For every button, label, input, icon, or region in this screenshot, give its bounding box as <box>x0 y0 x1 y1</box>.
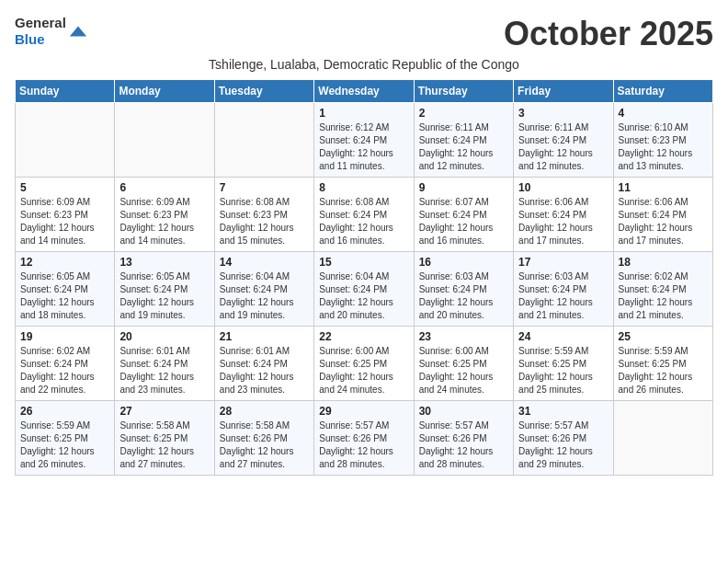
day-info: Sunrise: 6:02 AMSunset: 6:24 PMDaylight:… <box>619 270 708 322</box>
day-info: Sunrise: 6:08 AMSunset: 6:23 PMDaylight:… <box>220 196 309 247</box>
calendar-week-row: 26Sunrise: 5:59 AMSunset: 6:25 PMDayligh… <box>16 401 713 476</box>
calendar-day-cell: 4Sunrise: 6:10 AMSunset: 6:23 PMDaylight… <box>613 103 712 178</box>
calendar-week-row: 1Sunrise: 6:12 AMSunset: 6:24 PMDaylight… <box>16 103 713 178</box>
calendar-day-cell: 28Sunrise: 5:58 AMSunset: 6:26 PMDayligh… <box>214 401 313 476</box>
day-of-week-header: Saturday <box>613 80 712 103</box>
calendar-day-cell: 9Sunrise: 6:07 AMSunset: 6:24 PMDaylight… <box>414 178 513 252</box>
day-number: 3 <box>518 107 608 120</box>
calendar-day-cell: 29Sunrise: 5:57 AMSunset: 6:26 PMDayligh… <box>314 401 414 476</box>
calendar-day-cell: 19Sunrise: 6:02 AMSunset: 6:24 PMDayligh… <box>16 327 115 401</box>
calendar-day-cell <box>115 103 214 178</box>
calendar-week-row: 12Sunrise: 6:05 AMSunset: 6:24 PMDayligh… <box>16 252 713 327</box>
day-info: Sunrise: 6:11 AMSunset: 6:24 PMDaylight:… <box>419 121 508 173</box>
day-info: Sunrise: 6:01 AMSunset: 6:24 PMDaylight:… <box>220 345 309 396</box>
day-number: 23 <box>419 330 508 343</box>
calendar-header-row: SundayMondayTuesdayWednesdayThursdayFrid… <box>16 80 713 103</box>
calendar-day-cell: 31Sunrise: 5:57 AMSunset: 6:26 PMDayligh… <box>514 401 613 476</box>
day-info: Sunrise: 6:09 AMSunset: 6:23 PMDaylight:… <box>20 196 109 247</box>
day-info: Sunrise: 5:58 AMSunset: 6:25 PMDaylight:… <box>119 419 209 471</box>
day-info: Sunrise: 6:09 AMSunset: 6:23 PMDaylight:… <box>119 196 209 247</box>
day-of-week-header: Friday <box>514 80 613 103</box>
calendar-day-cell: 16Sunrise: 6:03 AMSunset: 6:24 PMDayligh… <box>414 252 513 327</box>
day-info: Sunrise: 6:04 AMSunset: 6:24 PMDaylight:… <box>220 270 309 322</box>
day-number: 15 <box>319 256 408 269</box>
day-info: Sunrise: 5:59 AMSunset: 6:25 PMDaylight:… <box>619 345 708 396</box>
day-info: Sunrise: 6:03 AMSunset: 6:24 PMDaylight:… <box>518 270 608 322</box>
day-info: Sunrise: 5:59 AMSunset: 6:25 PMDaylight:… <box>20 419 109 471</box>
calendar-day-cell <box>16 103 115 178</box>
day-number: 27 <box>119 405 209 418</box>
calendar-day-cell: 25Sunrise: 5:59 AMSunset: 6:25 PMDayligh… <box>613 327 712 401</box>
day-number: 14 <box>220 256 309 269</box>
calendar-day-cell: 17Sunrise: 6:03 AMSunset: 6:24 PMDayligh… <box>514 252 613 327</box>
day-number: 7 <box>220 181 309 194</box>
day-info: Sunrise: 5:57 AMSunset: 6:26 PMDaylight:… <box>518 419 608 471</box>
calendar-day-cell: 10Sunrise: 6:06 AMSunset: 6:24 PMDayligh… <box>514 178 613 252</box>
day-info: Sunrise: 6:08 AMSunset: 6:24 PMDaylight:… <box>319 196 408 247</box>
day-number: 18 <box>619 256 708 269</box>
day-number: 20 <box>119 330 209 343</box>
day-number: 5 <box>20 181 109 194</box>
day-info: Sunrise: 6:01 AMSunset: 6:24 PMDaylight:… <box>119 345 209 396</box>
day-info: Sunrise: 6:04 AMSunset: 6:24 PMDaylight:… <box>319 270 408 322</box>
day-info: Sunrise: 6:05 AMSunset: 6:24 PMDaylight:… <box>119 270 209 322</box>
day-info: Sunrise: 6:07 AMSunset: 6:24 PMDaylight:… <box>419 196 508 247</box>
day-number: 4 <box>619 107 708 120</box>
day-info: Sunrise: 5:57 AMSunset: 6:26 PMDaylight:… <box>419 419 508 471</box>
calendar-subtitle: Tshilenge, Lualaba, Democratic Republic … <box>15 57 713 72</box>
day-info: Sunrise: 5:59 AMSunset: 6:25 PMDaylight:… <box>518 345 608 396</box>
day-info: Sunrise: 6:05 AMSunset: 6:24 PMDaylight:… <box>20 270 109 322</box>
calendar-day-cell: 13Sunrise: 6:05 AMSunset: 6:24 PMDayligh… <box>115 252 214 327</box>
day-number: 25 <box>619 330 708 343</box>
day-number: 26 <box>20 405 109 418</box>
calendar-day-cell <box>613 401 712 476</box>
day-number: 22 <box>319 330 408 343</box>
day-info: Sunrise: 6:00 AMSunset: 6:25 PMDaylight:… <box>419 345 508 396</box>
day-info: Sunrise: 6:12 AMSunset: 6:24 PMDaylight:… <box>319 121 408 173</box>
calendar-day-cell: 6Sunrise: 6:09 AMSunset: 6:23 PMDaylight… <box>115 178 214 252</box>
day-number: 16 <box>419 256 508 269</box>
day-number: 17 <box>518 256 608 269</box>
logo-text: General Blue <box>15 15 66 48</box>
calendar-day-cell: 15Sunrise: 6:04 AMSunset: 6:24 PMDayligh… <box>314 252 414 327</box>
day-number: 31 <box>518 405 608 418</box>
day-number: 6 <box>119 181 209 194</box>
calendar-day-cell: 30Sunrise: 5:57 AMSunset: 6:26 PMDayligh… <box>414 401 513 476</box>
day-number: 12 <box>20 256 109 269</box>
day-number: 10 <box>518 181 608 194</box>
day-info: Sunrise: 6:10 AMSunset: 6:23 PMDaylight:… <box>619 121 708 173</box>
day-number: 11 <box>619 181 708 194</box>
day-info: Sunrise: 6:03 AMSunset: 6:24 PMDaylight:… <box>419 270 508 322</box>
day-info: Sunrise: 6:06 AMSunset: 6:24 PMDaylight:… <box>619 196 708 247</box>
svg-marker-0 <box>70 27 86 37</box>
calendar-day-cell: 7Sunrise: 6:08 AMSunset: 6:23 PMDaylight… <box>214 178 313 252</box>
calendar-day-cell: 12Sunrise: 6:05 AMSunset: 6:24 PMDayligh… <box>16 252 115 327</box>
calendar-day-cell: 24Sunrise: 5:59 AMSunset: 6:25 PMDayligh… <box>514 327 613 401</box>
month-title: October 2025 <box>504 15 713 53</box>
day-info: Sunrise: 5:57 AMSunset: 6:26 PMDaylight:… <box>319 419 408 471</box>
day-info: Sunrise: 6:00 AMSunset: 6:25 PMDaylight:… <box>319 345 408 396</box>
calendar-day-cell: 22Sunrise: 6:00 AMSunset: 6:25 PMDayligh… <box>314 327 414 401</box>
calendar-day-cell: 1Sunrise: 6:12 AMSunset: 6:24 PMDaylight… <box>314 103 414 178</box>
calendar-day-cell: 26Sunrise: 5:59 AMSunset: 6:25 PMDayligh… <box>16 401 115 476</box>
day-info: Sunrise: 6:02 AMSunset: 6:24 PMDaylight:… <box>20 345 109 396</box>
logo: General Blue <box>15 15 88 48</box>
calendar-day-cell <box>214 103 313 178</box>
day-number: 21 <box>220 330 309 343</box>
calendar-day-cell: 5Sunrise: 6:09 AMSunset: 6:23 PMDaylight… <box>16 178 115 252</box>
calendar-week-row: 19Sunrise: 6:02 AMSunset: 6:24 PMDayligh… <box>16 327 713 401</box>
calendar-day-cell: 18Sunrise: 6:02 AMSunset: 6:24 PMDayligh… <box>613 252 712 327</box>
logo-icon <box>68 21 88 41</box>
day-of-week-header: Thursday <box>414 80 513 103</box>
calendar-day-cell: 21Sunrise: 6:01 AMSunset: 6:24 PMDayligh… <box>214 327 313 401</box>
calendar-day-cell: 27Sunrise: 5:58 AMSunset: 6:25 PMDayligh… <box>115 401 214 476</box>
day-number: 19 <box>20 330 109 343</box>
day-of-week-header: Sunday <box>16 80 115 103</box>
calendar-week-row: 5Sunrise: 6:09 AMSunset: 6:23 PMDaylight… <box>16 178 713 252</box>
page-header: General Blue October 2025 <box>15 15 713 53</box>
day-number: 29 <box>319 405 408 418</box>
day-of-week-header: Monday <box>115 80 214 103</box>
day-info: Sunrise: 6:11 AMSunset: 6:24 PMDaylight:… <box>518 121 608 173</box>
day-number: 24 <box>518 330 608 343</box>
day-info: Sunrise: 6:06 AMSunset: 6:24 PMDaylight:… <box>518 196 608 247</box>
